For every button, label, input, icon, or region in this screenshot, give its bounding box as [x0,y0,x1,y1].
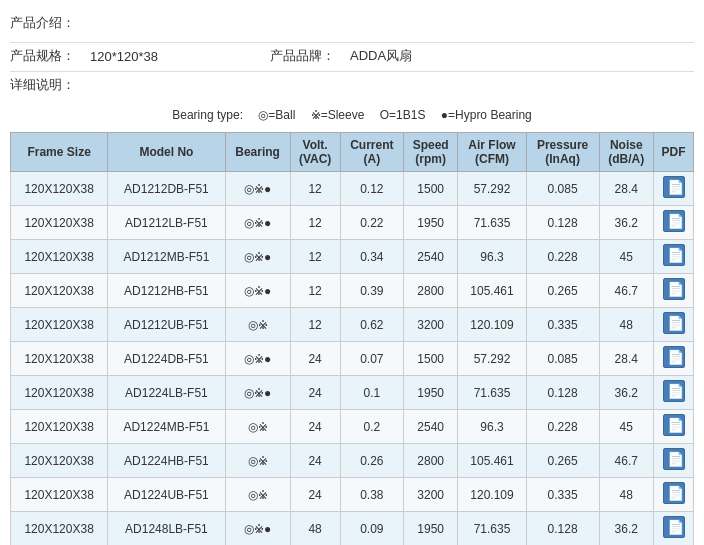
pdf-cell[interactable] [654,444,694,478]
pdf-cell[interactable] [654,478,694,512]
table-cell: 57.292 [458,342,526,376]
col-noise: Noise(dB/A) [599,133,653,172]
pdf-cell[interactable] [654,240,694,274]
table-cell: 105.461 [458,444,526,478]
table-cell: 120.109 [458,308,526,342]
pdf-cell[interactable] [654,206,694,240]
pdf-icon[interactable] [663,278,685,300]
table-cell: 0.128 [526,206,599,240]
pdf-cell[interactable] [654,410,694,444]
legend-ball: ◎=Ball [258,108,295,122]
table-row: 120X120X38AD1212DB-F51◎※●120.12150057.29… [11,172,694,206]
table-cell: 0.2 [340,410,403,444]
pdf-cell[interactable] [654,342,694,376]
bearing-legend: Bearing type: ◎=Ball ※=Sleeve O=1B1S ●=H… [10,104,694,126]
table-cell: 0.26 [340,444,403,478]
table-cell: 120X120X38 [11,172,108,206]
table-cell: 12 [290,308,340,342]
table-cell: ◎※● [225,274,290,308]
table-cell: 120X120X38 [11,478,108,512]
table-cell: 12 [290,172,340,206]
table-cell: 120X120X38 [11,376,108,410]
table-cell: 0.22 [340,206,403,240]
spec-key: 产品规格： [10,47,90,65]
pdf-icon[interactable] [663,244,685,266]
table-cell: ◎※● [225,342,290,376]
table-cell: 0.39 [340,274,403,308]
table-cell: 46.7 [599,274,653,308]
table-cell: AD1212HB-F51 [108,274,225,308]
pdf-cell[interactable] [654,274,694,308]
pdf-cell[interactable] [654,376,694,410]
table-cell: 48 [599,308,653,342]
table-cell: 105.461 [458,274,526,308]
table-cell: 1950 [403,512,457,546]
brand-key: 产品品牌： [270,47,350,65]
table-row: 120X120X38AD1224HB-F51◎※240.262800105.46… [11,444,694,478]
table-cell: AD1224LB-F51 [108,376,225,410]
col-current: Current(A) [340,133,403,172]
legend-sleeve: ※=Sleeve [311,108,365,122]
table-cell: 1950 [403,376,457,410]
spec-value: 120*120*38 [90,49,250,64]
table-cell: AD1212LB-F51 [108,206,225,240]
table-cell: 0.335 [526,308,599,342]
table-cell: ◎※ [225,478,290,512]
table-cell: 96.3 [458,410,526,444]
table-cell: ◎※ [225,410,290,444]
table-cell: ◎※● [225,172,290,206]
table-cell: 24 [290,478,340,512]
table-cell: AD1212UB-F51 [108,308,225,342]
table-cell: 12 [290,240,340,274]
table-cell: 36.2 [599,206,653,240]
pdf-icon[interactable] [663,448,685,470]
pdf-icon[interactable] [663,210,685,232]
table-cell: 46.7 [599,444,653,478]
table-row: 120X120X38AD1212UB-F51◎※120.623200120.10… [11,308,694,342]
table-cell: 0.265 [526,274,599,308]
table-cell: 0.228 [526,240,599,274]
table-cell: 24 [290,444,340,478]
table-cell: 3200 [403,308,457,342]
pdf-icon[interactable] [663,312,685,334]
legend-1b1s: O=1B1S [380,108,426,122]
table-cell: 1950 [403,206,457,240]
detail-label: 详细说明： [10,73,75,96]
col-speed: Speed(rpm) [403,133,457,172]
table-cell: AD1248LB-F51 [108,512,225,546]
pdf-icon[interactable] [663,414,685,436]
pdf-icon[interactable] [663,346,685,368]
table-cell: 0.34 [340,240,403,274]
table-cell: 120X120X38 [11,512,108,546]
pdf-icon[interactable] [663,176,685,198]
table-cell: 36.2 [599,512,653,546]
table-cell: 120X120X38 [11,274,108,308]
table-cell: AD1212MB-F51 [108,240,225,274]
table-cell: 0.09 [340,512,403,546]
table-cell: 71.635 [458,376,526,410]
table-row: 120X120X38AD1248LB-F51◎※●480.09195071.63… [11,512,694,546]
pdf-cell[interactable] [654,308,694,342]
table-cell: 120.109 [458,478,526,512]
table-row: 120X120X38AD1224MB-F51◎※240.2254096.30.2… [11,410,694,444]
table-cell: 2800 [403,444,457,478]
pdf-cell[interactable] [654,512,694,546]
pdf-cell[interactable] [654,172,694,206]
table-cell: 96.3 [458,240,526,274]
table-cell: 0.335 [526,478,599,512]
pdf-icon[interactable] [663,482,685,504]
page-wrapper: 产品介绍： 产品规格： 120*120*38 产品品牌： ADDA风扇 详细说明… [0,0,704,545]
intro-label: 产品介绍： [10,10,694,36]
table-cell: 12 [290,206,340,240]
col-volt: Volt.(VAC) [290,133,340,172]
table-row: 120X120X38AD1224UB-F51◎※240.383200120.10… [11,478,694,512]
col-pdf: PDF [654,133,694,172]
table-cell: 0.1 [340,376,403,410]
pdf-icon[interactable] [663,380,685,402]
pdf-icon[interactable] [663,516,685,538]
detail-row: 详细说明： [10,76,694,94]
table-cell: 28.4 [599,342,653,376]
table-cell: 71.635 [458,206,526,240]
table-cell: 48 [290,512,340,546]
table-cell: 24 [290,376,340,410]
